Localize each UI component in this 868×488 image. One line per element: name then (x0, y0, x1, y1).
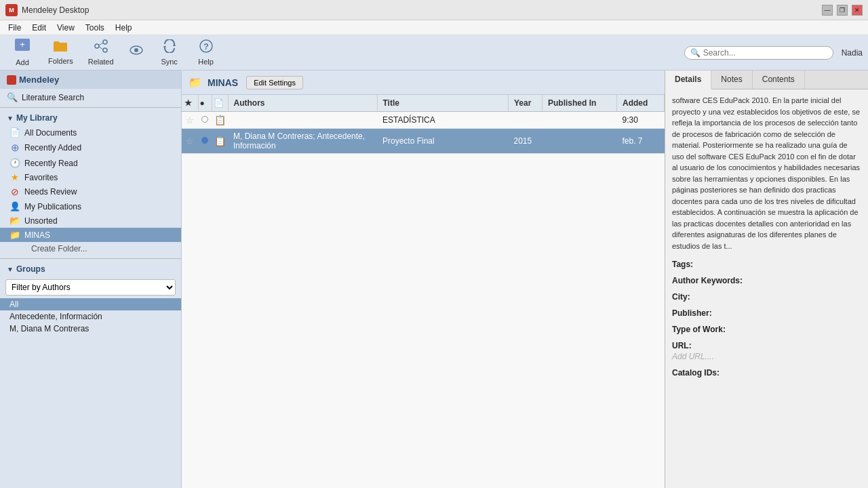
col-header-year[interactable]: Year (509, 95, 542, 112)
unsorted-icon: 📂 (9, 216, 20, 226)
menu-edit[interactable]: Edit (26, 22, 52, 34)
sync-label: Sync (161, 58, 177, 66)
svg-marker-10 (163, 46, 166, 49)
sidebar-scroll: 🔍 Literature Search ▼ My Library 📄 All D… (0, 89, 181, 488)
details-tabs: Details Notes Contents (665, 70, 868, 89)
filter-authors-container: Filter by Authors (5, 279, 176, 296)
sidebar-item-create-folder[interactable]: Create Folder... (0, 242, 181, 256)
folders-icon (53, 40, 68, 56)
table-row[interactable]: ☆ 📋 M, Diana M Contreras; Antecedente, I… (182, 129, 665, 154)
groups-arrow: ▼ (7, 266, 14, 273)
field-type-of-work-label: Type of Work: (672, 325, 861, 334)
table-cell-authors-1: M, Diana M Contreras; Antecedente, Infor… (228, 129, 377, 154)
col-header-star[interactable]: ★ (182, 95, 198, 112)
col-header-published[interactable]: Published In (542, 95, 617, 112)
sync-button[interactable]: Sync (153, 36, 186, 69)
tab-details[interactable]: Details (665, 70, 711, 89)
favorites-icon: ★ (9, 172, 20, 182)
svg-point-4 (103, 48, 107, 52)
svg-marker-9 (173, 43, 176, 46)
star-icon-1[interactable]: ☆ (186, 136, 194, 146)
groups-header[interactable]: ▼ Groups (0, 262, 181, 277)
read-dot-1[interactable] (201, 137, 208, 144)
recently-read-icon: 🕐 (9, 158, 20, 168)
all-docs-label: All Documents (24, 128, 174, 138)
field-url-value[interactable]: Add URL.... (672, 352, 861, 361)
details-panel: Details Notes Contents software CES EduP… (665, 70, 868, 488)
sidebar-item-lit-search[interactable]: 🔍 Literature Search (0, 90, 181, 104)
lit-search-icon: 🔍 (7, 92, 18, 102)
restore-button[interactable]: ❐ (837, 5, 848, 16)
col-header-title[interactable]: Title (377, 95, 509, 112)
content-header: 📁 MINAS Edit Settings (182, 70, 665, 95)
favorites-label: Favorites (24, 173, 174, 182)
read-dot-0[interactable] (201, 116, 208, 123)
sidebar-item-all-documents[interactable]: 📄 All Documents (0, 125, 181, 140)
svg-point-2 (95, 44, 99, 48)
menu-view[interactable]: View (52, 22, 80, 34)
folders-button[interactable]: Folders (42, 37, 79, 68)
tab-notes[interactable]: Notes (711, 70, 752, 89)
field-author-keywords: Author Keywords: (672, 276, 861, 285)
menubar: File Edit View Tools Help (0, 20, 868, 35)
related-button[interactable]: Related (82, 36, 120, 69)
sidebar: Mendeley 🔍 Literature Search ▼ My Librar… (0, 70, 182, 488)
sidebar-item-favorites[interactable]: ★ Favorites (0, 170, 181, 184)
author-all[interactable]: All (0, 298, 181, 310)
table-cell-added-0: 9:30 (617, 112, 665, 129)
details-content: software CES EduPack 2010. En la parte i… (665, 89, 868, 488)
table-cell-added-1: feb. 7 (617, 129, 665, 154)
minas-label: MINAS (24, 230, 174, 240)
sidebar-item-needs-review[interactable]: ⊘ Needs Review (0, 184, 181, 199)
add-button[interactable]: + Add (5, 35, 39, 70)
col-header-type[interactable]: 📄 (212, 95, 228, 112)
watch-button[interactable] (123, 40, 150, 65)
doc-type-icon-0[interactable]: 📋 (214, 115, 226, 125)
sync-icon (162, 39, 177, 56)
menu-file[interactable]: File (3, 22, 26, 34)
filter-authors-select[interactable]: Filter by Authors (5, 279, 176, 296)
author-antecedente[interactable]: Antecedente, Información (0, 310, 181, 323)
table-body: ☆ 📋 ESTADÍSTICA 9:30 ☆ 📋 M, Diana M Con (182, 112, 665, 154)
add-label: Add (16, 58, 29, 66)
my-library-header[interactable]: ▼ My Library (0, 110, 181, 125)
field-catalog-ids-label: Catalog IDs: (672, 368, 861, 378)
svg-text:+: + (20, 39, 25, 49)
sidebar-item-my-publications[interactable]: 👤 My Publications (0, 199, 181, 214)
my-library-label: My Library (16, 113, 58, 123)
table-header: ★ ● 📄 Authors Title Year Published In Ad… (182, 95, 665, 112)
add-icon: + (15, 39, 30, 57)
create-folder-label: Create Folder... (31, 244, 174, 253)
all-docs-icon: 📄 (9, 127, 20, 138)
col-header-authors[interactable]: Authors (228, 95, 377, 112)
table-cell-year-1: 2015 (509, 129, 542, 154)
help-icon: ? (199, 39, 213, 56)
menu-tools[interactable]: Tools (80, 22, 110, 34)
table-row[interactable]: ☆ 📋 ESTADÍSTICA 9:30 (182, 112, 665, 129)
col-header-added[interactable]: Added (617, 95, 665, 112)
toolbar: + Add Folders Related Sync ? Help 🔍 (0, 35, 868, 70)
col-header-read[interactable]: ● (198, 95, 212, 112)
field-city: City: (672, 292, 861, 302)
sidebar-item-minas[interactable]: 📁 MINAS (0, 228, 181, 242)
doc-type-icon-1[interactable]: 📋 (214, 136, 226, 146)
edit-settings-button[interactable]: Edit Settings (246, 76, 303, 89)
tab-contents[interactable]: Contents (753, 70, 805, 89)
recently-read-label: Recently Read (24, 159, 174, 168)
sidebar-item-recently-added[interactable]: ⊕ Recently Added (0, 140, 181, 156)
menu-help[interactable]: Help (110, 22, 138, 34)
search-input[interactable] (703, 48, 825, 58)
star-icon-0[interactable]: ☆ (186, 115, 194, 125)
svg-line-5 (99, 43, 103, 45)
author-diana[interactable]: M, Diana M Contreras (0, 323, 181, 335)
sidebar-item-recently-read[interactable]: 🕐 Recently Read (0, 156, 181, 170)
minas-icon: 📁 (9, 230, 20, 240)
content-folder-icon: 📁 (189, 76, 202, 89)
minimize-button[interactable]: — (822, 5, 833, 16)
app-icon: M (5, 4, 18, 16)
recently-added-label: Recently Added (24, 143, 174, 152)
close-button[interactable]: ✕ (852, 5, 863, 16)
sidebar-item-unsorted[interactable]: 📂 Unsorted (0, 214, 181, 228)
help-button[interactable]: ? Help (189, 36, 223, 69)
needs-review-icon: ⊘ (9, 186, 20, 197)
